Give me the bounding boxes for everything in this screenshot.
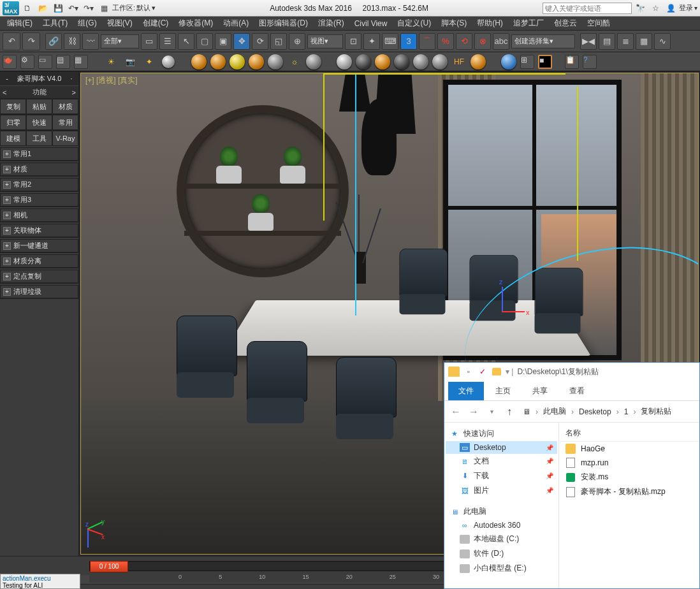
zero-button[interactable]: 归零 <box>0 115 26 130</box>
mirror-icon[interactable]: ▶◀ <box>580 33 597 50</box>
vray-button[interactable]: V-Ray <box>52 131 78 146</box>
menu-view[interactable]: 视图(V) <box>103 17 137 30</box>
list-item[interactable]: HaoGe <box>559 442 699 456</box>
expand-icon[interactable]: + <box>3 150 11 158</box>
layer-icon[interactable]: ≣ <box>617 33 634 50</box>
light2-icon[interactable]: ✦ <box>142 54 157 69</box>
ribbon-icon[interactable]: ▦ <box>636 33 652 50</box>
mat-sphere7-icon[interactable] <box>337 54 352 69</box>
menu-kongjianku[interactable]: 空间酷 <box>583 17 615 30</box>
mat-sphere14-icon[interactable] <box>501 54 516 69</box>
mat-sphere4-icon[interactable] <box>249 54 264 69</box>
select-place-icon[interactable]: ⊕ <box>289 33 305 50</box>
fn-prev-icon[interactable]: < <box>3 89 6 96</box>
fast-button[interactable]: 快速 <box>26 115 52 130</box>
expand-icon[interactable]: + <box>3 288 11 296</box>
save-icon[interactable]: 💾 <box>51 2 65 15</box>
use-center-icon[interactable]: ⊡ <box>345 33 361 50</box>
mat-sphere6-icon[interactable] <box>306 54 321 69</box>
render-setup-icon[interactable]: ⚙ <box>20 55 34 69</box>
signin-label[interactable]: 登录 <box>679 3 693 13</box>
snap-toggle-icon[interactable]: 3 <box>400 33 417 50</box>
tree-adsk360[interactable]: ∞Autodesk 360 <box>446 519 557 532</box>
section-common1[interactable]: +常用1 <box>1 148 78 161</box>
transform-gizmo[interactable]: z x <box>502 287 503 312</box>
common-button[interactable]: 常用 <box>52 115 78 130</box>
crumb-desktop[interactable]: Desketop <box>577 406 613 418</box>
section-locate-copy[interactable]: +定点复制 <box>1 270 78 283</box>
tree-drive-c[interactable]: 本地磁盘 (C:) <box>446 532 557 546</box>
tree-documents[interactable]: 🗎文档📌 <box>446 454 557 469</box>
expand-icon[interactable]: + <box>3 258 11 265</box>
redo-button[interactable]: ↷ <box>22 33 40 50</box>
favorite-icon[interactable]: ☆ <box>648 2 662 15</box>
select-by-name-icon[interactable]: ☰ <box>159 33 176 50</box>
section-channel[interactable]: +新一键通道 <box>1 240 78 252</box>
align-icon[interactable]: ▤ <box>599 33 615 50</box>
sun-icon[interactable]: ☼ <box>287 54 302 69</box>
copy-button[interactable]: 复制 <box>0 99 26 114</box>
nav-history-icon[interactable]: ▾ <box>485 408 498 415</box>
panel-close-icon[interactable]: · <box>67 75 76 82</box>
binoculars-icon[interactable]: 🔭 <box>633 2 647 15</box>
paste-button[interactable]: 粘贴 <box>26 99 52 114</box>
bind-icon[interactable]: 〰 <box>82 33 99 50</box>
light-omni-icon[interactable]: ☀ <box>103 54 119 69</box>
undo-icon[interactable]: ↶▾ <box>66 2 80 15</box>
menu-animation[interactable]: 动画(A) <box>219 17 253 30</box>
vfb-icon[interactable]: ▤ <box>56 55 70 69</box>
curve-editor-icon[interactable]: ∿ <box>654 33 671 50</box>
list-item[interactable]: 豪哥脚本 - 复制粘贴.mzp <box>559 484 699 499</box>
section-detach-mat[interactable]: +材质分离 <box>1 255 78 268</box>
menu-help[interactable]: 帮助(H) <box>472 17 507 30</box>
select-scale-icon[interactable]: ◱ <box>270 33 287 50</box>
ref-coord-dropdown[interactable]: 视图 ▾ <box>307 34 343 48</box>
explorer-titlebar[interactable]: ▫ ✓ ▾ | D:\Desketop\1\复制粘贴 <box>444 363 699 381</box>
section-common3[interactable]: +常用3 <box>1 194 78 207</box>
clipboard-icon[interactable]: 📋 <box>565 55 579 69</box>
tree-thispc[interactable]: 🖥此电脑 <box>446 504 557 519</box>
teapot-icon[interactable]: 🫖 <box>3 55 17 69</box>
named-selection-icon[interactable]: abc <box>493 33 509 50</box>
keyboard-shortcut-icon[interactable]: ⌨ <box>382 33 398 50</box>
menu-civilview[interactable]: Civil View <box>350 18 392 29</box>
nav-up-icon[interactable]: ↑ <box>503 406 516 418</box>
menu-grapheditors[interactable]: 图形编辑器(D) <box>254 17 312 30</box>
breadcrumb[interactable]: 🖥› 此电脑› Desketop› 1› 复制粘贴 <box>521 405 673 418</box>
hdr-icon[interactable]: HF <box>451 54 467 69</box>
signin-drop-icon[interactable]: ▾ <box>694 4 697 11</box>
project-icon[interactable]: ▦ <box>97 2 111 15</box>
explorer-file-list[interactable]: 名称 HaoGe mzp.run 安装.ms 豪哥脚本 - 复制粘贴.mzp <box>559 423 699 588</box>
named-selection-dropdown[interactable]: 创建选择集 ▾ <box>511 34 575 48</box>
expand-icon[interactable]: + <box>3 212 11 219</box>
tree-drive-e[interactable]: 小白模型盘 (E:) <box>446 561 557 576</box>
tree-desktop[interactable]: ▭Desketop📌 <box>446 441 557 454</box>
window-crossing-icon[interactable]: ▣ <box>215 33 231 50</box>
explorer-tree[interactable]: ★快速访问 ▭Desketop📌 🗎文档📌 ⬇下载📌 🖼图片📌 🖥此电脑 ∞Au… <box>444 423 559 588</box>
help-icon[interactable]: ? <box>583 55 597 69</box>
menu-zhumeng[interactable]: 追梦工厂 <box>509 17 548 30</box>
expand-icon[interactable]: + <box>3 242 11 250</box>
redo-icon[interactable]: ↷▾ <box>82 2 96 15</box>
section-linked[interactable]: +关联物体 <box>1 224 78 237</box>
tab-view[interactable]: 查看 <box>559 382 595 400</box>
menu-chuangyiyun[interactable]: 创意云 <box>550 17 581 30</box>
edit-named-sel-icon[interactable]: ⊗ <box>474 33 491 50</box>
select-region-icon[interactable]: ▢ <box>196 33 213 50</box>
pin-icon[interactable]: 📌 <box>546 472 553 479</box>
signin-icon[interactable]: 👤 <box>664 2 678 15</box>
column-name[interactable]: 名称 <box>559 425 699 442</box>
list-item[interactable]: mzp.run <box>559 456 699 470</box>
viewport-label[interactable]: [+] [透视] [真实] <box>85 75 138 86</box>
panel-min-icon[interactable]: - <box>3 75 11 82</box>
render-last-icon[interactable]: ▦ <box>74 55 88 69</box>
pin-icon[interactable]: 📌 <box>546 487 553 494</box>
mat-sphere2-icon[interactable] <box>210 54 226 69</box>
percent-snap-icon[interactable]: % <box>437 33 454 50</box>
expand-icon[interactable]: + <box>3 273 11 280</box>
pin-icon[interactable]: 📌 <box>546 458 553 465</box>
section-cleanup[interactable]: +清理垃圾 <box>1 286 78 298</box>
explorer-window[interactable]: ▫ ✓ ▾ | D:\Desketop\1\复制粘贴 文件 主页 共享 查看 ←… <box>444 362 700 589</box>
time-thumb[interactable]: 0 / 100 <box>90 561 128 572</box>
select-arrow-icon[interactable]: ↖ <box>178 33 194 50</box>
